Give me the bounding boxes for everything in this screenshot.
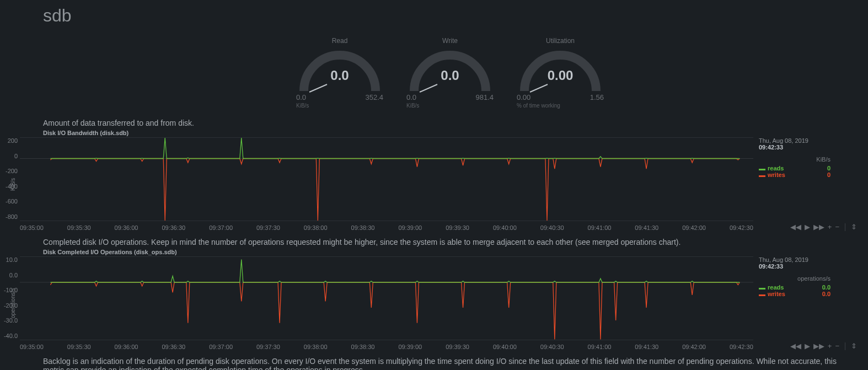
legend-writes[interactable]: writes0.0 [759,291,831,297]
gauge-write-label: Write [403,37,497,45]
gauge-read-label: Read [293,37,387,45]
gauge-write-value: 0.0 [403,68,497,83]
ops-chart[interactable]: Disk Completed I/O Operations (disk_ops.… [43,249,857,350]
backlog-description: Backlog is an indication of the duration… [43,357,857,370]
legend-reads[interactable]: reads0.0 [759,284,831,291]
resize-icon[interactable]: ⇕ [851,223,857,231]
gauge-read-value: 0.0 [293,68,387,83]
separator [845,223,845,231]
bandwidth-controls: ◀◀ ▶ ▶▶ + − ⇕ [790,223,857,231]
zoom-in-icon[interactable]: + [828,223,832,231]
bandwidth-plot[interactable] [20,137,753,221]
svg-line-0 [309,84,327,92]
forward-icon[interactable]: ▶▶ [813,342,824,350]
zoom-out-icon[interactable]: − [835,342,839,350]
play-icon[interactable]: ▶ [805,223,810,231]
rewind-icon[interactable]: ◀◀ [790,223,801,231]
forward-icon[interactable]: ▶▶ [813,223,824,231]
gauge-write[interactable]: Write 0.0 0.0981.4 KiB/s [403,37,497,109]
ops-xaxis: 09:35:0009:35:3009:36:0009:36:3009:37:00… [20,340,753,350]
gauge-read[interactable]: Read 0.0 0.0352.4 KiB/s [293,37,387,109]
legend-writes[interactable]: writes0 [759,171,831,178]
gauge-row: Read 0.0 0.0352.4 KiB/s Write 0.0 0.0981… [43,37,857,109]
ops-ts-date: Thu, Aug 08, 2019 [759,256,831,263]
bandwidth-chart-title: Disk I/O Bandwidth (disk.sdb) [43,130,857,136]
bandwidth-yaxis: 2000-200-400-600-800 [0,137,18,220]
bandwidth-legend-unit: KiB/s [759,156,831,163]
bandwidth-description: Amount of data transferred to and from d… [43,119,857,127]
resize-icon[interactable]: ⇕ [851,342,857,350]
gauge-util[interactable]: Utilization 0.00 0.001.56 % of time work… [513,37,607,109]
rewind-icon[interactable]: ◀◀ [790,342,801,350]
gauge-util-value: 0.00 [513,68,607,83]
gauge-read-unit: KiB/s [293,103,387,109]
ops-yaxis: 10.00.0-10.0-20.0-30.0-40.0 [0,256,18,339]
separator [845,342,845,350]
ops-legend-unit: operations/s [759,275,831,282]
ops-ts-time: 09:42:33 [759,263,831,270]
bandwidth-ts-date: Thu, Aug 08, 2019 [759,137,831,144]
ops-legend[interactable]: Thu, Aug 08, 2019 09:42:33 operations/s … [753,256,831,350]
ops-description: Completed disk I/O operations. Keep in m… [43,238,857,246]
ops-chart-title: Disk Completed I/O Operations (disk_ops.… [43,249,857,255]
bandwidth-chart[interactable]: Disk I/O Bandwidth (disk.sdb) KiB/s 2000… [43,130,857,231]
ops-plot[interactable] [20,256,753,340]
bandwidth-legend[interactable]: Thu, Aug 08, 2019 09:42:33 KiB/s reads0 … [753,137,831,231]
gauge-write-unit: KiB/s [403,103,497,109]
play-icon[interactable]: ▶ [805,342,810,350]
bandwidth-ts-time: 09:42:33 [759,144,831,151]
svg-line-1 [420,84,437,92]
gauge-util-unit: % of time working [513,103,607,109]
ops-controls: ◀◀ ▶ ▶▶ + − ⇕ [790,342,857,350]
zoom-in-icon[interactable]: + [828,342,832,350]
legend-reads[interactable]: reads0 [759,165,831,171]
zoom-out-icon[interactable]: − [835,223,839,231]
gauge-util-label: Utilization [513,37,607,45]
bandwidth-xaxis: 09:35:0009:35:3009:36:0009:36:3009:37:00… [20,221,753,231]
svg-line-2 [530,84,548,92]
page-title: sdb [43,6,857,26]
